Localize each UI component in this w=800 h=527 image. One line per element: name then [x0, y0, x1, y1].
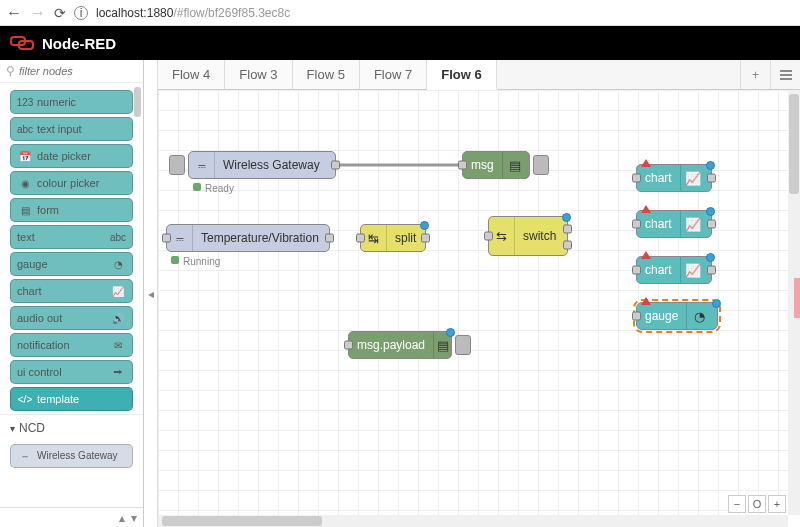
numeric-icon: 123: [17, 94, 33, 110]
node-switch[interactable]: ⇆ switch: [488, 216, 568, 256]
palette-node-form[interactable]: ▤form: [10, 198, 133, 222]
port-out[interactable]: [707, 220, 716, 229]
tab-list-button[interactable]: [770, 60, 800, 89]
error-marker[interactable]: [794, 278, 800, 318]
port-out[interactable]: [331, 161, 340, 170]
zoom-in-button[interactable]: +: [768, 495, 786, 513]
audio-icon: 🔊: [110, 310, 126, 326]
tab-flow-7[interactable]: Flow 7: [360, 60, 427, 89]
palette-search-input[interactable]: [19, 65, 137, 77]
palette-collapse-toggle[interactable]: ◂: [144, 60, 158, 527]
url-path: /#flow/bf269f85.3ec8c: [173, 6, 290, 20]
changed-indicator-icon: [712, 299, 721, 308]
label: gauge: [637, 309, 686, 323]
reload-icon[interactable]: ⟳: [54, 5, 66, 21]
debug-toggle[interactable]: [455, 335, 471, 355]
port-in[interactable]: [356, 234, 365, 243]
palette-search[interactable]: ⚲: [0, 60, 143, 83]
label: chart: [637, 171, 680, 185]
info-icon[interactable]: i: [74, 6, 88, 20]
gauge-icon: ◔: [686, 303, 712, 329]
port-out[interactable]: [325, 234, 334, 243]
url-display: localhost:1880/#flow/bf269f85.3ec8c: [96, 6, 290, 20]
palette-node-chart[interactable]: chart📈: [10, 279, 133, 303]
palette-node-notification[interactable]: notification✉: [10, 333, 133, 357]
port-out-1[interactable]: [563, 225, 572, 234]
label: msg.payload: [349, 338, 433, 352]
palette-expand-all-icon[interactable]: ▾: [131, 511, 137, 525]
wireless-icon: ⎓: [189, 152, 215, 178]
label: chart: [637, 217, 680, 231]
palette-node-audio-out[interactable]: audio out🔊: [10, 306, 133, 330]
palette-node-date-picker[interactable]: 📅date picker: [10, 144, 133, 168]
inject-button[interactable]: [169, 155, 185, 175]
zoom-reset-button[interactable]: O: [748, 495, 766, 513]
chart-icon: 📈: [110, 283, 126, 299]
node-temperature-vibration[interactable]: ⎓ Temperature/Vibration Running: [166, 224, 330, 252]
port-out[interactable]: [707, 174, 716, 183]
node-wireless-gateway[interactable]: ⎓ Wireless Gateway Ready: [188, 151, 336, 179]
port-out[interactable]: [707, 266, 716, 275]
label: text input: [37, 123, 82, 135]
tab-flow-6[interactable]: Flow 6: [427, 60, 496, 90]
palette-node-numeric[interactable]: 123numeric: [10, 90, 133, 114]
label: Wireless Gateway: [215, 158, 328, 172]
palette-collapse-all-icon[interactable]: ▴: [119, 511, 125, 525]
node-debug-msg-payload[interactable]: msg.payload ▤: [348, 331, 452, 359]
workspace: Flow 4 Flow 3 Flow 5 Flow 7 Flow 6 + ⎓: [158, 60, 800, 527]
forward-icon[interactable]: →: [30, 4, 46, 22]
chart-icon: 📈: [680, 165, 706, 191]
palette-node-text[interactable]: textabc: [10, 225, 133, 249]
flow-canvas[interactable]: ⎓ Wireless Gateway Ready msg ▤ ⎓ Tempera…: [158, 90, 788, 515]
node-chart-2[interactable]: chart 📈: [636, 210, 712, 238]
add-tab-button[interactable]: +: [740, 60, 770, 89]
chart-icon: 📈: [680, 211, 706, 237]
tab-flow-4[interactable]: Flow 4: [158, 60, 225, 89]
error-icon: [641, 297, 651, 305]
label: Wireless Gateway: [37, 451, 118, 461]
port-in[interactable]: [632, 266, 641, 275]
status-dot: [171, 256, 179, 264]
palette-node-text-input[interactable]: abctext input: [10, 117, 133, 141]
label: text: [17, 231, 35, 243]
zoom-out-button[interactable]: −: [728, 495, 746, 513]
port-in[interactable]: [632, 312, 641, 321]
tab-flow-3[interactable]: Flow 3: [225, 60, 292, 89]
debug-icon: ▤: [502, 152, 528, 178]
node-debug-msg[interactable]: msg ▤: [462, 151, 530, 179]
port-in[interactable]: [484, 232, 493, 241]
changed-indicator-icon: [446, 328, 455, 337]
palette-node-colour-picker[interactable]: ◉colour picker: [10, 171, 133, 195]
node-chart-3[interactable]: chart 📈: [636, 256, 712, 284]
node-chart-1[interactable]: chart 📈: [636, 164, 712, 192]
palette-footer: ▴ ▾: [0, 507, 143, 527]
status-text: Ready: [205, 183, 234, 194]
palette-scrollbar[interactable]: [134, 87, 141, 117]
scroll-thumb[interactable]: [789, 94, 799, 194]
palette-node-wireless-gateway[interactable]: ⎓Wireless Gateway: [10, 444, 133, 468]
palette-node-gauge[interactable]: gauge◔: [10, 252, 133, 276]
notification-icon: ✉: [110, 337, 126, 353]
back-icon[interactable]: ←: [6, 4, 22, 22]
palette-category-ncd[interactable]: NCD: [0, 414, 143, 441]
port-in[interactable]: [632, 174, 641, 183]
palette-node-ui-control[interactable]: ui control⮕: [10, 360, 133, 384]
debug-toggle[interactable]: [533, 155, 549, 175]
url-port: 1880: [147, 6, 174, 20]
tab-flow-5[interactable]: Flow 5: [293, 60, 360, 89]
port-out-2[interactable]: [563, 241, 572, 250]
port-in[interactable]: [162, 234, 171, 243]
label: ui control: [17, 366, 62, 378]
port-out[interactable]: [421, 234, 430, 243]
label: gauge: [17, 258, 48, 270]
horizontal-scrollbar[interactable]: [158, 515, 788, 527]
port-in[interactable]: [344, 341, 353, 350]
port-in[interactable]: [458, 161, 467, 170]
node-gauge[interactable]: gauge ◔: [636, 302, 718, 330]
port-in[interactable]: [632, 220, 641, 229]
app-header: Node-RED: [0, 26, 800, 60]
node-split[interactable]: ↹ split: [360, 224, 426, 252]
scroll-thumb[interactable]: [162, 516, 322, 526]
palette-node-template[interactable]: </>template: [10, 387, 133, 411]
label: colour picker: [37, 177, 99, 189]
